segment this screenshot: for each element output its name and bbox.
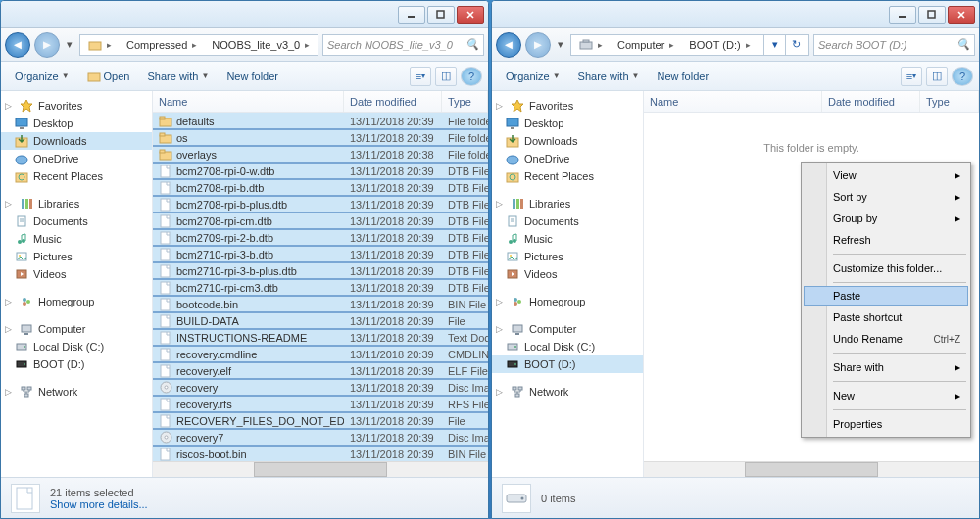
sidebar-item[interactable]: OneDrive <box>492 150 643 167</box>
context-menu-item[interactable]: Paste <box>804 286 968 306</box>
sidebar-item[interactable]: Pictures <box>492 248 643 265</box>
sidebar-item[interactable]: ▷Favorites <box>492 97 643 115</box>
titlebar-left[interactable] <box>1 1 488 28</box>
sidebar-item[interactable]: Desktop <box>492 115 643 132</box>
context-menu-item[interactable]: Undo RenameCtrl+Z <box>804 328 968 350</box>
table-row[interactable]: overlays13/11/2018 20:38File folder <box>153 146 488 163</box>
table-row[interactable]: os13/11/2018 20:39File folder <box>153 129 488 146</box>
table-row[interactable]: bcm2708-rpi-0-w.dtb13/11/2018 20:39DTB F… <box>153 163 488 179</box>
table-row[interactable]: bcm2708-rpi-cm.dtb13/11/2018 20:39DTB Fi… <box>153 212 488 229</box>
context-menu-item[interactable]: Customize this folder... <box>804 258 968 279</box>
breadcrumb-root-icon[interactable]: ▸ <box>573 35 612 55</box>
history-dropdown[interactable]: ▾ <box>64 34 75 56</box>
organize-button[interactable]: Organize ▼ <box>498 66 568 87</box>
sidebar-item[interactable]: Desktop <box>1 115 152 132</box>
sidebar-item[interactable]: ▷Computer <box>1 320 152 338</box>
titlebar-right[interactable] <box>492 1 979 28</box>
sidebar-item[interactable]: Documents <box>1 212 152 230</box>
share-with-button[interactable]: Share with ▼ <box>139 66 217 87</box>
table-row[interactable]: bootcode.bin13/11/2018 20:39BIN File <box>153 296 488 312</box>
breadcrumb-item[interactable]: Compressed▸ <box>121 35 206 55</box>
context-menu-item[interactable]: Refresh <box>804 229 968 251</box>
sidebar-item[interactable]: ▷Homegroup <box>1 293 152 310</box>
sidebar-item[interactable]: Recent Places <box>492 167 643 185</box>
breadcrumb-right[interactable]: ▸ Computer▸ BOOT (D:)▸ ▾ ↻ <box>570 34 809 56</box>
sidebar-item[interactable]: Local Disk (C:) <box>492 338 643 355</box>
breadcrumb-left[interactable]: ▸ Compressed▸ NOOBS_lite_v3_0▸ ▾ ↻ <box>79 34 318 56</box>
table-row[interactable]: bcm2708-rpi-b.dtb13/11/2018 20:39DTB Fil… <box>153 179 488 196</box>
column-date[interactable]: Date modified <box>822 91 920 112</box>
table-row[interactable]: bcm2710-rpi-3-b-plus.dtb13/11/2018 20:39… <box>153 262 488 279</box>
sidebar-item[interactable]: ▷Network <box>1 383 152 401</box>
file-rows-empty[interactable]: This folder is empty. ViewSort byGroup b… <box>644 113 979 461</box>
history-dropdown[interactable]: ▾ <box>555 34 566 56</box>
table-row[interactable]: recovery713/11/2018 20:39Disc Image File <box>153 429 488 446</box>
sidebar-item[interactable]: ▷Homegroup <box>492 293 643 310</box>
column-name[interactable]: Name <box>644 91 822 112</box>
back-button[interactable]: ◄ <box>5 32 30 58</box>
sidebar-item[interactable]: Downloads <box>492 132 643 150</box>
context-menu-item[interactable]: Properties <box>804 413 968 435</box>
sidebar-item[interactable]: BOOT (D:) <box>1 355 152 373</box>
context-menu-item[interactable]: View <box>804 165 968 186</box>
sidebar-item[interactable]: ▷Favorites <box>1 97 152 115</box>
sidebar-item[interactable]: OneDrive <box>1 150 152 167</box>
context-menu-item[interactable]: Sort by <box>804 186 968 208</box>
maximize-button[interactable] <box>427 6 455 24</box>
column-type[interactable]: Type <box>920 91 979 112</box>
help-button[interactable]: ? <box>461 67 482 86</box>
table-row[interactable]: recovery13/11/2018 20:39Disc Image File <box>153 379 488 396</box>
sidebar-item[interactable]: Music <box>492 230 643 248</box>
table-row[interactable]: defaults13/11/2018 20:39File folder <box>153 113 488 129</box>
minimize-button[interactable] <box>889 6 916 24</box>
sidebar-item[interactable]: Local Disk (C:) <box>1 338 152 355</box>
sidebar-item[interactable]: Downloads <box>1 132 152 150</box>
sidebar-item[interactable]: Videos <box>1 265 152 283</box>
close-button[interactable] <box>457 6 484 24</box>
maximize-button[interactable] <box>918 6 946 24</box>
forward-button[interactable]: ► <box>34 32 60 58</box>
view-options-button[interactable]: ≡ ▾ <box>410 67 431 86</box>
table-row[interactable]: INSTRUCTIONS-README13/11/2018 20:39Text … <box>153 329 488 346</box>
table-row[interactable]: bcm2710-rpi-3-b.dtb13/11/2018 20:39DTB F… <box>153 246 488 262</box>
show-more-details-link[interactable]: Show more details... <box>50 498 148 510</box>
file-rows[interactable]: defaults13/11/2018 20:39File folderos13/… <box>153 113 488 461</box>
table-row[interactable]: riscos-boot.bin13/11/2018 20:39BIN File <box>153 446 488 461</box>
sidebar-item[interactable]: Pictures <box>1 248 152 265</box>
column-headers[interactable]: Name Date modified Type <box>153 91 488 113</box>
new-folder-button[interactable]: New folder <box>219 66 286 87</box>
column-date[interactable]: Date modified <box>344 91 442 112</box>
breadcrumb-item[interactable]: Computer▸ <box>612 35 683 55</box>
context-menu-item[interactable]: Share with <box>804 356 968 378</box>
open-button[interactable]: Open <box>79 66 138 87</box>
sidebar-item[interactable]: Videos <box>492 265 643 283</box>
view-options-button[interactable]: ≡ ▾ <box>901 67 922 86</box>
sidebar-item[interactable]: Music <box>1 230 152 248</box>
horizontal-scrollbar[interactable] <box>153 461 488 477</box>
table-row[interactable]: bcm2710-rpi-cm3.dtb13/11/2018 20:39DTB F… <box>153 279 488 296</box>
breadcrumb-dropdown[interactable]: ▾ <box>763 34 785 56</box>
breadcrumb-item[interactable]: NOOBS_lite_v3_0▸ <box>206 35 318 55</box>
forward-button[interactable]: ► <box>525 32 551 58</box>
sidebar-item[interactable]: ▷Libraries <box>1 195 152 212</box>
column-headers[interactable]: Name Date modified Type <box>644 91 979 113</box>
column-name[interactable]: Name <box>153 91 344 112</box>
table-row[interactable]: RECOVERY_FILES_DO_NOT_EDIT13/11/2018 20:… <box>153 412 488 429</box>
table-row[interactable]: BUILD-DATA13/11/2018 20:39File <box>153 312 488 329</box>
table-row[interactable]: bcm2709-rpi-2-b.dtb13/11/2018 20:39DTB F… <box>153 229 488 246</box>
close-button[interactable] <box>948 6 975 24</box>
back-button[interactable]: ◄ <box>496 32 521 58</box>
new-folder-button[interactable]: New folder <box>649 66 716 87</box>
table-row[interactable]: recovery.cmdline13/11/2018 20:39CMDLINE … <box>153 346 488 362</box>
breadcrumb-root-icon[interactable]: ▸ <box>82 35 121 55</box>
context-menu-item[interactable]: Group by <box>804 208 968 229</box>
column-type[interactable]: Type <box>442 91 488 112</box>
share-with-button[interactable]: Share with ▼ <box>570 66 648 87</box>
organize-button[interactable]: Organize ▼ <box>7 66 77 87</box>
sidebar-item[interactable]: ▷Network <box>492 383 643 401</box>
table-row[interactable]: recovery.elf13/11/2018 20:39ELF File <box>153 362 488 379</box>
sidebar-item[interactable]: Recent Places <box>1 167 152 185</box>
context-menu-item[interactable]: New <box>804 385 968 406</box>
preview-pane-button[interactable]: ◫ <box>435 67 457 86</box>
search-input[interactable]: Search NOOBS_lite_v3_0 🔍 <box>322 34 484 56</box>
